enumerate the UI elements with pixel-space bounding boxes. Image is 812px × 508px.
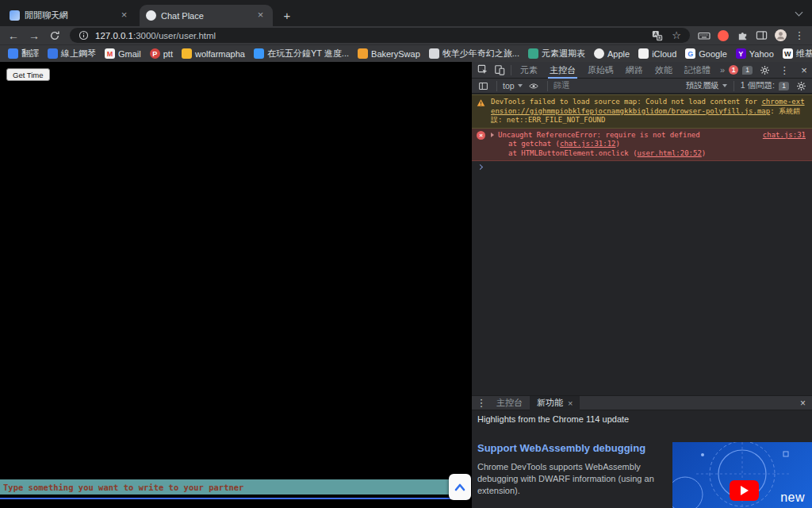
- new-tab-button[interactable]: +: [278, 6, 296, 24]
- devtools-tab-memory[interactable]: 記憶體: [679, 62, 716, 79]
- devtools-tab-performance[interactable]: 效能: [649, 62, 678, 79]
- devtools-more-tabs-chevron[interactable]: »: [717, 65, 728, 75]
- warning-text: DevTools failed to load source map: Coul…: [491, 98, 805, 124]
- bookmark-favicon: [182, 48, 192, 59]
- log-level-selector[interactable]: 預設層級: [686, 80, 727, 91]
- execution-context-selector[interactable]: top: [503, 81, 523, 90]
- bookmark-item[interactable]: 元素週期表: [527, 47, 587, 61]
- console-sidebar-toggle-icon[interactable]: [475, 78, 491, 94]
- drawer-kebab-icon[interactable]: ⋮: [473, 395, 489, 411]
- tab-search-chevron-icon[interactable]: [795, 9, 803, 17]
- browser-toolbar: ← → 127.0.0.1:3000/user/user.html: [0, 26, 812, 44]
- youtube-play-icon[interactable]: [730, 480, 759, 501]
- whats-new-thumbnail[interactable]: new: [672, 442, 812, 508]
- bookmark-item[interactable]: 翻譯: [6, 47, 40, 61]
- tab-close-icon[interactable]: ×: [118, 10, 130, 21]
- drawer-tab-console[interactable]: 主控台: [489, 396, 530, 410]
- bookmark-favicon: [8, 48, 18, 59]
- devtools-settings-gear-icon[interactable]: [756, 62, 772, 78]
- bookmark-item[interactable]: W维基百科: [781, 47, 812, 61]
- extension-red-icon[interactable]: [714, 27, 733, 44]
- bookmark-item[interactable]: MGmail: [103, 47, 143, 61]
- url-text: 127.0.0.1:3000/user/user.html: [95, 31, 645, 40]
- side-panel-icon[interactable]: [752, 27, 771, 44]
- get-time-button[interactable]: Get Time: [6, 68, 50, 81]
- bookmark-label: Google: [699, 49, 726, 59]
- drawer-tab-close-icon[interactable]: ×: [568, 398, 573, 408]
- error-count-badge[interactable]: 1: [729, 65, 738, 75]
- console-warning-message: DevTools failed to load source map: Coul…: [472, 94, 812, 129]
- bookmark-favicon: [48, 48, 58, 59]
- profile-avatar[interactable]: [771, 27, 790, 44]
- bookmark-item[interactable]: BakerySwap: [356, 47, 422, 61]
- bookmark-favicon: [638, 48, 649, 59]
- devtools-menu-kebab-icon[interactable]: ⋮: [776, 62, 792, 78]
- whats-new-panel: Highlights from the Chrome 114 update Su…: [472, 410, 812, 508]
- forward-button[interactable]: →: [24, 27, 44, 44]
- back-button[interactable]: ←: [3, 27, 24, 44]
- devtools-close-icon[interactable]: ×: [796, 62, 812, 78]
- expand-triangle-icon[interactable]: [491, 133, 494, 137]
- bookmark-star-icon[interactable]: ☆: [669, 29, 684, 42]
- bookmark-item[interactable]: Pptt: [148, 47, 174, 61]
- bookmark-item[interactable]: GGoogle: [684, 47, 728, 61]
- bookmark-item[interactable]: 在玩五分鐘YT 進度...: [252, 47, 350, 61]
- bookmark-item[interactable]: iCloud: [637, 47, 678, 61]
- address-bar[interactable]: 127.0.0.1:3000/user/user.html ☆: [70, 28, 690, 43]
- tab-chat-site[interactable]: 閒閒聊天網 ×: [3, 5, 136, 26]
- bookmark-label: ptt: [163, 49, 173, 59]
- chevron-up-icon: [454, 483, 466, 492]
- devtools-tab-sources[interactable]: 原始碼: [582, 62, 619, 79]
- media-keys-icon[interactable]: [695, 27, 714, 44]
- site-info-icon[interactable]: [76, 29, 90, 42]
- bookmark-item[interactable]: wolfarmapha: [180, 47, 247, 61]
- whats-new-heading[interactable]: Support WebAssembly debugging: [477, 442, 645, 454]
- input-focus-outline: [0, 498, 454, 499]
- stack-frame: at getchat (chat.js:31:12): [491, 140, 806, 149]
- reload-button[interactable]: [44, 27, 65, 44]
- error-icon: ×: [477, 131, 485, 140]
- console-prompt[interactable]: [472, 161, 812, 173]
- drawer-tab-whats-new[interactable]: 新功能 ×: [530, 396, 580, 410]
- devtools-tab-console[interactable]: 主控台: [544, 62, 581, 79]
- error-source-link[interactable]: chat.js:31: [756, 131, 806, 140]
- bookmark-item[interactable]: YYahoo: [734, 47, 776, 61]
- console-settings-gear-icon[interactable]: [793, 78, 809, 94]
- stack-source-link[interactable]: chat.js:31:12: [560, 140, 615, 148]
- issues-label[interactable]: 1 個問題:: [741, 80, 775, 91]
- extensions-puzzle-icon[interactable]: [733, 27, 752, 44]
- issues-count-badge[interactable]: 1: [742, 66, 753, 75]
- bookmark-label: Gmail: [118, 49, 141, 59]
- tab-close-icon[interactable]: ×: [255, 10, 266, 21]
- tab-favicon: [10, 10, 20, 21]
- context-label: top: [503, 81, 515, 90]
- browser-menu-kebab-icon[interactable]: ⋮: [790, 27, 809, 44]
- console-messages: DevTools failed to load source map: Coul…: [472, 94, 812, 395]
- thumbnail-caption: new: [780, 491, 805, 505]
- translate-icon[interactable]: [650, 29, 665, 42]
- inspect-element-icon[interactable]: [475, 62, 491, 78]
- devtools-tab-network[interactable]: 網路: [620, 62, 649, 79]
- device-toolbar-icon[interactable]: [492, 62, 508, 78]
- devtools-tab-bar: 元素 主控台 原始碼 網路 效能 記憶體 » 1 1: [472, 62, 812, 79]
- scroll-to-top-button[interactable]: [449, 474, 471, 500]
- eye-live-expression-icon[interactable]: [526, 78, 542, 94]
- chat-message-input[interactable]: [0, 479, 452, 495]
- stack-source-link[interactable]: user.html:20:52: [638, 149, 702, 157]
- bookmark-item[interactable]: 牧羊少年奇幻之旅...: [427, 47, 521, 61]
- devtools-tab-elements[interactable]: 元素: [515, 62, 543, 79]
- tab-title: Chat Place: [161, 11, 250, 21]
- tab-chat-place[interactable]: Chat Place ×: [140, 5, 273, 26]
- divider: [511, 65, 511, 75]
- drawer-tab-label: 新功能: [537, 397, 563, 409]
- bookmark-item[interactable]: 線上鋼琴: [46, 47, 98, 61]
- bookmark-favicon: [254, 48, 264, 59]
- issues-count-badge[interactable]: 1: [779, 82, 789, 90]
- bookmark-label: 牧羊少年奇幻之旅...: [442, 48, 519, 60]
- tab-title: 閒閒聊天網: [25, 10, 113, 21]
- console-filter-input[interactable]: 篩選: [553, 80, 683, 91]
- bookmark-label: Yahoo: [749, 49, 774, 59]
- drawer-close-icon[interactable]: ×: [795, 398, 810, 409]
- console-toolbar-right: 預設層級 1 個問題: 1: [686, 78, 809, 94]
- bookmark-item[interactable]: Apple: [592, 47, 631, 61]
